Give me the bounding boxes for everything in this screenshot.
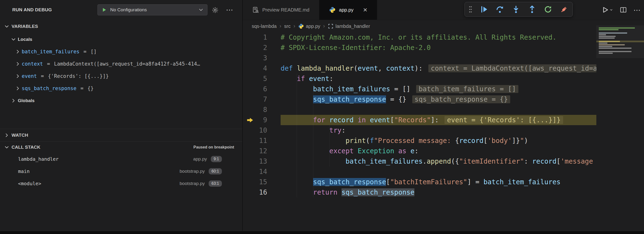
continue-button[interactable]: [480, 5, 488, 14]
minimap-line: [599, 32, 627, 34]
debug-view-more-button[interactable]: ⋯: [224, 5, 235, 14]
stack-frame-0[interactable]: lambda_handlerapp.py9:1: [0, 153, 242, 165]
minimap-line: [599, 48, 632, 49]
breadcrumb-item-src[interactable]: src: [284, 23, 291, 29]
variable-row-sqs_batch_response[interactable]: sqs_batch_response = {}: [0, 82, 242, 94]
code-line-5[interactable]: 5 if event:: [242, 74, 596, 84]
line-content[interactable]: [280, 53, 596, 63]
code-line-2[interactable]: 2# SPDX-License-Identifier: Apache-2.0: [242, 42, 596, 53]
line-content[interactable]: def lambda_handler(event, context):conte…: [280, 63, 596, 74]
gutter[interactable]: 1: [242, 32, 280, 42]
code-line-1[interactable]: 1# Copyright Amazon.com, Inc. or its aff…: [242, 32, 596, 42]
gutter[interactable]: 14: [242, 166, 280, 177]
watch-header[interactable]: WATCH: [0, 129, 242, 141]
code-line-6[interactable]: 6 batch_item_failures = []batch_item_fai…: [242, 84, 596, 94]
code-line-3[interactable]: 3: [242, 53, 596, 63]
chevron-collapsed-icon: [10, 98, 16, 103]
code-line-16[interactable]: 16 return sqs_batch_response: [242, 187, 596, 198]
editor-more-actions-button[interactable]: ⋯: [634, 6, 641, 14]
breadcrumb-item-symbol[interactable]: lambda_handler: [328, 23, 370, 29]
chevron-expanded-icon: [4, 145, 10, 150]
code-line-8[interactable]: 8: [242, 105, 596, 115]
gutter[interactable]: 8: [242, 105, 280, 115]
line-content[interactable]: # Copyright Amazon.com, Inc. or its affi…: [280, 32, 596, 42]
minimap[interactable]: [596, 20, 644, 231]
line-content[interactable]: sqs_batch_response["batchItemFailures"] …: [280, 177, 596, 187]
line-content[interactable]: sqs_batch_response = {}sqs_batch_respons…: [280, 94, 596, 105]
stack-frame-2[interactable]: <module>bootstrap.py63:1: [0, 177, 242, 190]
drag-handle-icon[interactable]: [468, 5, 472, 13]
line-number: 14: [259, 166, 267, 177]
line-content[interactable]: return sqs_batch_response: [280, 187, 596, 198]
gutter[interactable]: 7: [242, 94, 280, 105]
line-number: 11: [259, 135, 267, 146]
gutter[interactable]: 6: [242, 84, 280, 94]
code-line-4[interactable]: 4def lambda_handler(event, context):cont…: [242, 63, 596, 74]
gutter[interactable]: 2: [242, 42, 280, 53]
variable-row-context[interactable]: context = LambdaContext([aws_request_id=…: [0, 58, 242, 70]
code-editor[interactable]: 1# Copyright Amazon.com, Inc. or its aff…: [242, 32, 596, 231]
breadcrumb-item-folder[interactable]: sqs-lambda: [252, 23, 276, 29]
line-content[interactable]: [280, 105, 596, 115]
code-line-10[interactable]: 10 try:: [242, 125, 596, 135]
tab-label: Preview README.md: [262, 7, 310, 13]
disconnect-button[interactable]: [560, 5, 569, 14]
code-line-13[interactable]: 13 batch_item_failures.append({"itemIden…: [242, 156, 596, 166]
variable-row-event[interactable]: event = {'Records': [{...}]}: [0, 70, 242, 82]
line-content[interactable]: batch_item_failures = []batch_item_failu…: [280, 84, 596, 94]
line-content[interactable]: # SPDX-License-Identifier: Apache-2.0: [280, 42, 596, 53]
step-into-button[interactable]: [512, 5, 520, 14]
code-line-11[interactable]: 11 print(f"Processed message: {record['b…: [242, 135, 596, 146]
code-line-9[interactable]: 9 for record in event["Records"]:event =…: [242, 115, 596, 125]
debug-config-label: No Configurations: [110, 7, 195, 12]
close-tab-icon[interactable]: ×: [363, 6, 368, 13]
gutter[interactable]: 5: [242, 74, 280, 84]
variables-header[interactable]: VARIABLES: [0, 22, 242, 31]
variables-tree: Localsbatch_item_failures = []context = …: [0, 33, 242, 107]
tab-app-py[interactable]: app.py ×: [319, 0, 377, 20]
line-content[interactable]: if event:: [280, 74, 596, 84]
watch-header-label: WATCH: [12, 133, 28, 138]
gutter[interactable]: 4: [242, 63, 280, 74]
restart-button[interactable]: [544, 5, 552, 14]
gutter[interactable]: 16: [242, 187, 280, 198]
gutter[interactable]: 10: [242, 125, 280, 135]
code-line-15[interactable]: 15 sqs_batch_response["batchItemFailures…: [242, 177, 596, 187]
variable-row-batch_item_failures[interactable]: batch_item_failures = []: [0, 45, 242, 58]
variables-section: VARIABLES Localsbatch_item_failures = []…: [0, 22, 242, 107]
line-content[interactable]: [280, 166, 596, 177]
start-debug-icon[interactable]: [102, 7, 107, 12]
line-content[interactable]: try:: [280, 125, 596, 135]
gutter[interactable]: 11: [242, 135, 280, 146]
code-line-12[interactable]: 12 except Exception as e:: [242, 146, 596, 156]
line-number: 2: [263, 42, 267, 53]
step-out-button[interactable]: [528, 5, 537, 14]
gutter[interactable]: 13: [242, 156, 280, 166]
code-line-14[interactable]: 14: [242, 166, 596, 177]
chevron-collapsed-icon: [15, 49, 21, 54]
line-content[interactable]: except Exception as e:: [280, 146, 596, 156]
breadcrumb-item-file[interactable]: app.py: [298, 23, 320, 29]
code-line-7[interactable]: 7 sqs_batch_response = {}sqs_batch_respo…: [242, 94, 596, 105]
step-over-button[interactable]: [495, 5, 504, 14]
run-file-button[interactable]: [602, 6, 613, 13]
debug-config-dropdown[interactable]: No Configurations: [98, 4, 208, 15]
minimap-line: [599, 42, 608, 44]
line-content[interactable]: for record in event["Records"]:event = {…: [280, 115, 596, 125]
frame-file: app.py: [193, 156, 207, 162]
gutter[interactable]: 3: [242, 53, 280, 63]
minimap-line: [599, 44, 625, 45]
scope-locals[interactable]: Locals: [0, 33, 242, 45]
line-content[interactable]: print(f"Processed message: {record['body…: [280, 135, 596, 146]
stack-frame-1[interactable]: mainbootstrap.py60:1: [0, 165, 242, 177]
gutter[interactable]: 15: [242, 177, 280, 187]
gutter[interactable]: 12: [242, 146, 280, 156]
inline-debug-value: sqs_batch_response = {}: [412, 95, 510, 103]
line-content[interactable]: batch_item_failures.append({"itemIdentif…: [280, 156, 596, 166]
tab-preview-readme[interactable]: Preview README.md: [242, 0, 319, 20]
gutter[interactable]: 9: [242, 115, 280, 125]
scope-globals[interactable]: Globals: [0, 94, 242, 107]
split-editor-button[interactable]: [620, 6, 627, 13]
call-stack-header[interactable]: CALL STACK Paused on breakpoint: [0, 142, 242, 153]
debug-settings-button[interactable]: [210, 6, 220, 14]
